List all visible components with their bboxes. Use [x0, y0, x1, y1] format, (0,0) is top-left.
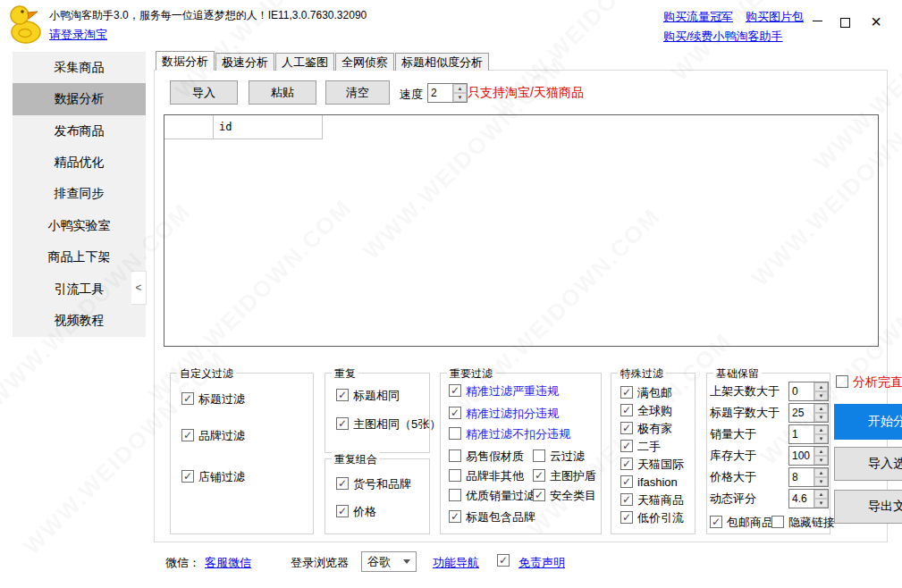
spinner-up-icon[interactable] — [814, 382, 828, 391]
analysis-done-checkbox[interactable]: 分析完直 — [836, 375, 902, 388]
disclaimer-link[interactable]: 免责声明 — [518, 555, 565, 571]
full-free-shipping-checkbox[interactable]: 满包邮 — [620, 386, 672, 399]
export-file-button[interactable]: 导出文 — [834, 490, 902, 524]
title-length-label: 标题字数大于 — [710, 405, 788, 421]
global-purchase-checkbox[interactable]: 全球购 — [620, 404, 672, 416]
buy-traffic-link[interactable]: 购买流量冠军 — [663, 9, 733, 25]
spinner-up-icon[interactable] — [814, 490, 828, 499]
spinner-down-icon[interactable] — [814, 499, 828, 508]
paste-button[interactable]: 粘贴 — [249, 80, 316, 105]
checkbox-box — [449, 489, 461, 501]
browser-select[interactable]: 谷歌 — [361, 551, 417, 572]
clear-button[interactable]: 清空 — [325, 80, 390, 105]
tmall-product-checkbox[interactable]: 天猫商品 — [620, 493, 684, 506]
days-listed-spinner[interactable]: 0 — [788, 382, 829, 401]
cloud-filter-checkbox[interactable]: 云过滤 — [533, 449, 585, 462]
spinner-down-icon[interactable] — [814, 456, 828, 465]
feature-nav-link[interactable]: 功能导航 — [433, 555, 479, 571]
spinner-up-icon[interactable] — [814, 404, 828, 413]
login-taobao-link[interactable]: 请登录淘宝 — [49, 27, 107, 43]
spinner-down-icon[interactable] — [814, 434, 828, 443]
spinner-value[interactable]: 100 — [789, 447, 813, 465]
spinner-down-icon[interactable] — [814, 391, 828, 400]
brand-not-other-checkbox[interactable]: 品牌非其他 — [449, 469, 524, 482]
spinner-up-icon[interactable] — [814, 425, 828, 434]
brand-filter-checkbox[interactable]: 品牌过滤 — [181, 429, 245, 441]
spinner-value[interactable]: 1 — [789, 425, 813, 443]
spinner-value[interactable]: 4.6 — [789, 490, 813, 508]
wechat-service-link[interactable]: 客服微信 — [205, 555, 251, 571]
spinner-down-icon[interactable] — [453, 93, 467, 102]
spinner-up-icon[interactable] — [453, 84, 467, 93]
checkbox-label: 满包邮 — [637, 387, 672, 399]
tab-title-similarity[interactable]: 标题相似度分析 — [395, 53, 489, 71]
spinner-down-icon[interactable] — [814, 477, 828, 486]
shop-filter-checkbox[interactable]: 店铺过滤 — [181, 470, 245, 483]
tab-manual-review[interactable]: 人工鉴图 — [275, 53, 334, 71]
days-listed-row: 上架天数大于 0 — [710, 382, 829, 401]
dsr-spinner[interactable]: 4.6 — [788, 489, 829, 508]
start-analysis-button[interactable]: 开始分 — [834, 404, 902, 440]
safe-category-checkbox[interactable]: 安全类目 — [533, 489, 596, 501]
import-button[interactable]: 导入 — [170, 80, 238, 105]
sidebar-collapse-handle[interactable]: < — [131, 271, 147, 305]
free-shipping-product-checkbox[interactable]: 包邮商品 — [710, 516, 773, 528]
spinner-down-icon[interactable] — [814, 413, 828, 422]
buy-renew-link[interactable]: 购买/续费小鸭淘客助手 — [663, 29, 783, 45]
tab-fast-analysis[interactable]: 极速分析 — [215, 53, 274, 71]
close-button[interactable] — [865, 11, 887, 32]
sku-and-brand-checkbox[interactable]: 货号和品牌 — [336, 477, 411, 490]
sidebar-item-lab[interactable]: 小鸭实验室 — [13, 210, 146, 241]
sidebar-item-traffic[interactable]: 引流工具 — [13, 273, 146, 305]
tab-network-scout[interactable]: 全网侦察 — [335, 53, 394, 71]
buy-image-pack-link[interactable]: 购买图片包 — [746, 9, 804, 25]
title-length-spinner[interactable]: 25 — [788, 403, 829, 423]
sidebar-item-collect[interactable]: 采集商品 — [13, 52, 146, 83]
stock-spinner[interactable]: 100 — [788, 446, 829, 466]
sidebar-item-tutorial[interactable]: 视频教程 — [13, 306, 146, 337]
strict-nondeduct-violation-checkbox[interactable]: 精准过滤不扣分违规 — [449, 427, 570, 440]
sales-spinner[interactable]: 1 — [788, 424, 829, 444]
jiyoujia-checkbox[interactable]: 极有家 — [620, 422, 672, 434]
tab-data-analysis[interactable]: 数据分析 — [156, 51, 215, 71]
speed-value[interactable]: 2 — [428, 84, 452, 102]
items-table[interactable]: id — [164, 114, 879, 347]
sidebar-item-shelf[interactable]: 商品上下架 — [13, 242, 146, 273]
main-image-shield-checkbox[interactable]: 主图护盾 — [533, 469, 596, 482]
speed-spinner[interactable]: 2 — [427, 83, 468, 103]
checkbox-label: 主图护盾 — [550, 470, 596, 482]
quality-sales-filter-checkbox[interactable]: 优质销量过滤 — [449, 489, 535, 501]
spinner-value[interactable]: 8 — [789, 468, 813, 486]
spinner-up-icon[interactable] — [814, 447, 828, 456]
price-spinner[interactable]: 8 — [788, 467, 829, 487]
fake-material-checkbox[interactable]: 易售假材质 — [449, 449, 524, 462]
spinner-value[interactable]: 25 — [789, 404, 813, 422]
strict-deduct-violation-checkbox[interactable]: 精准过滤扣分违规 — [449, 407, 559, 419]
tmall-international-checkbox[interactable]: 天猫国际 — [620, 458, 684, 470]
ifashion-checkbox[interactable]: ifashion — [620, 475, 678, 488]
title-contains-brand-checkbox[interactable]: 标题包含品牌 — [449, 510, 535, 523]
spinner-value[interactable]: 0 — [789, 382, 813, 400]
sidebar-item-analysis[interactable]: 数据分析 — [13, 83, 146, 114]
second-hand-checkbox[interactable]: 二手 — [620, 440, 661, 452]
same-title-checkbox[interactable]: 标题相同 — [336, 389, 400, 401]
import-selected-button[interactable]: 导入选 — [834, 447, 902, 481]
checkbox-label: 精准过滤不扣分违规 — [466, 428, 570, 440]
checkbox-box — [533, 469, 545, 482]
sidebar-item-optimize[interactable]: 精品优化 — [13, 147, 146, 178]
group-custom-filter: 自定义过滤 标题过滤 设置 品牌过滤 设置 店铺过滤 设置 — [170, 373, 314, 534]
checkbox-label: 隐藏链接 — [788, 517, 835, 528]
same-main-image-checkbox[interactable]: 主图相同（5张） — [336, 417, 441, 430]
checkbox-box — [836, 375, 848, 388]
sidebar-item-sync[interactable]: 排查同步 — [13, 179, 146, 210]
maximize-button[interactable] — [837, 14, 853, 30]
disclaimer-checkbox[interactable] — [497, 554, 510, 567]
hide-link-checkbox[interactable]: 隐藏链接 — [771, 516, 835, 528]
strict-serious-violation-checkbox[interactable]: 精准过滤严重违规 — [449, 384, 559, 397]
low-price-traffic-checkbox[interactable]: 低价引流 — [620, 511, 684, 524]
sidebar-item-publish[interactable]: 发布商品 — [13, 115, 146, 147]
title-filter-checkbox[interactable]: 标题过滤 — [181, 392, 245, 405]
minimize-button[interactable] — [807, 11, 827, 30]
spinner-up-icon[interactable] — [814, 468, 828, 477]
price-combo-checkbox[interactable]: 价格 — [336, 505, 376, 517]
